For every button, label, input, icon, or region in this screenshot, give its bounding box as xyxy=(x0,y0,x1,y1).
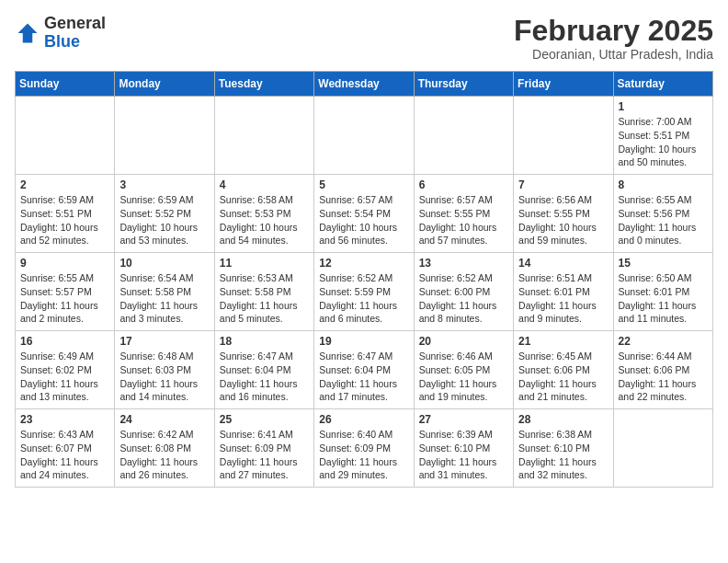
day-info: Sunrise: 6:47 AM Sunset: 6:04 PM Dayligh… xyxy=(319,350,408,404)
day-info: Sunrise: 6:47 AM Sunset: 6:04 PM Dayligh… xyxy=(220,350,309,404)
day-info: Sunrise: 6:52 AM Sunset: 6:00 PM Dayligh… xyxy=(419,271,508,326)
calendar-cell xyxy=(314,97,414,175)
calendar-week-row: 23Sunrise: 6:43 AM Sunset: 6:07 PM Dayli… xyxy=(16,409,713,488)
day-number: 18 xyxy=(220,335,309,348)
calendar-cell: 15Sunrise: 6:50 AM Sunset: 6:01 PM Dayli… xyxy=(613,253,712,331)
day-info: Sunrise: 6:49 AM Sunset: 6:02 PM Dayligh… xyxy=(20,350,109,404)
calendar-cell: 6Sunrise: 6:57 AM Sunset: 5:55 PM Daylig… xyxy=(414,175,513,253)
day-number: 11 xyxy=(220,257,309,270)
day-number: 15 xyxy=(619,257,708,270)
day-number: 26 xyxy=(319,413,408,426)
day-info: Sunrise: 6:59 AM Sunset: 5:52 PM Dayligh… xyxy=(119,193,209,247)
location: Deoranian, Uttar Pradesh, India xyxy=(514,47,713,62)
calendar-cell: 24Sunrise: 6:42 AM Sunset: 6:08 PM Dayli… xyxy=(115,409,214,488)
svg-marker-1 xyxy=(18,23,38,42)
day-info: Sunrise: 6:55 AM Sunset: 5:57 PM Dayligh… xyxy=(20,271,109,326)
day-number: 21 xyxy=(518,335,608,348)
weekday-header: Sunday xyxy=(16,72,115,97)
day-number: 16 xyxy=(20,335,109,348)
calendar-cell: 10Sunrise: 6:54 AM Sunset: 5:58 PM Dayli… xyxy=(115,253,214,331)
calendar-cell xyxy=(214,97,313,175)
day-info: Sunrise: 6:38 AM Sunset: 6:10 PM Dayligh… xyxy=(518,428,608,482)
day-info: Sunrise: 6:41 AM Sunset: 6:09 PM Dayligh… xyxy=(220,428,309,482)
calendar-cell: 9Sunrise: 6:55 AM Sunset: 5:57 PM Daylig… xyxy=(16,253,115,331)
calendar-cell: 7Sunrise: 6:56 AM Sunset: 5:55 PM Daylig… xyxy=(514,175,613,253)
calendar-cell: 17Sunrise: 6:48 AM Sunset: 6:03 PM Dayli… xyxy=(115,331,214,409)
weekday-header: Friday xyxy=(514,72,613,97)
day-info: Sunrise: 6:50 AM Sunset: 6:01 PM Dayligh… xyxy=(619,271,708,326)
day-number: 28 xyxy=(518,413,608,426)
day-number: 3 xyxy=(119,178,209,191)
calendar-cell: 21Sunrise: 6:45 AM Sunset: 6:06 PM Dayli… xyxy=(514,331,613,409)
calendar-cell: 25Sunrise: 6:41 AM Sunset: 6:09 PM Dayli… xyxy=(214,409,313,488)
day-info: Sunrise: 6:59 AM Sunset: 5:51 PM Dayligh… xyxy=(20,193,109,247)
day-info: Sunrise: 6:48 AM Sunset: 6:03 PM Dayligh… xyxy=(119,350,209,404)
logo-text: General Blue xyxy=(44,15,106,52)
calendar-cell xyxy=(514,97,613,175)
day-number: 12 xyxy=(319,257,408,270)
calendar-cell: 3Sunrise: 6:59 AM Sunset: 5:52 PM Daylig… xyxy=(115,175,214,253)
day-number: 27 xyxy=(419,413,508,426)
day-info: Sunrise: 6:58 AM Sunset: 5:53 PM Dayligh… xyxy=(220,193,309,247)
day-info: Sunrise: 6:44 AM Sunset: 6:06 PM Dayligh… xyxy=(619,350,708,404)
day-number: 4 xyxy=(220,178,309,191)
calendar-cell: 18Sunrise: 6:47 AM Sunset: 6:04 PM Dayli… xyxy=(214,331,313,409)
day-info: Sunrise: 6:42 AM Sunset: 6:08 PM Dayligh… xyxy=(119,428,209,482)
day-number: 24 xyxy=(119,413,209,426)
day-info: Sunrise: 6:53 AM Sunset: 5:58 PM Dayligh… xyxy=(220,271,309,326)
calendar-cell xyxy=(613,409,712,488)
day-info: Sunrise: 6:55 AM Sunset: 5:56 PM Dayligh… xyxy=(619,193,708,247)
calendar-cell xyxy=(115,97,214,175)
day-number: 5 xyxy=(319,178,408,191)
day-info: Sunrise: 6:43 AM Sunset: 6:07 PM Dayligh… xyxy=(20,428,109,482)
day-number: 8 xyxy=(619,178,708,191)
calendar-cell: 26Sunrise: 6:40 AM Sunset: 6:09 PM Dayli… xyxy=(314,409,414,488)
calendar-cell: 20Sunrise: 6:46 AM Sunset: 6:05 PM Dayli… xyxy=(414,331,513,409)
calendar-cell: 13Sunrise: 6:52 AM Sunset: 6:00 PM Dayli… xyxy=(414,253,513,331)
day-info: Sunrise: 6:57 AM Sunset: 5:54 PM Dayligh… xyxy=(319,193,408,247)
day-number: 13 xyxy=(419,257,508,270)
calendar-cell: 1Sunrise: 7:00 AM Sunset: 5:51 PM Daylig… xyxy=(613,97,712,175)
day-info: Sunrise: 6:40 AM Sunset: 6:09 PM Dayligh… xyxy=(319,428,408,482)
calendar-cell: 12Sunrise: 6:52 AM Sunset: 5:59 PM Dayli… xyxy=(314,253,414,331)
month-title: February 2025 xyxy=(514,15,713,47)
day-info: Sunrise: 6:51 AM Sunset: 6:01 PM Dayligh… xyxy=(518,271,608,326)
day-info: Sunrise: 6:52 AM Sunset: 5:59 PM Dayligh… xyxy=(319,271,408,326)
day-number: 1 xyxy=(619,100,708,113)
day-info: Sunrise: 6:46 AM Sunset: 6:05 PM Dayligh… xyxy=(419,350,508,404)
calendar-cell: 22Sunrise: 6:44 AM Sunset: 6:06 PM Dayli… xyxy=(613,331,712,409)
day-number: 7 xyxy=(518,178,608,191)
calendar-table: SundayMondayTuesdayWednesdayThursdayFrid… xyxy=(15,71,713,488)
calendar-cell: 2Sunrise: 6:59 AM Sunset: 5:51 PM Daylig… xyxy=(16,175,115,253)
calendar-cell: 16Sunrise: 6:49 AM Sunset: 6:02 PM Dayli… xyxy=(16,331,115,409)
weekday-header: Monday xyxy=(115,72,214,97)
calendar-header-row: SundayMondayTuesdayWednesdayThursdayFrid… xyxy=(16,72,713,97)
day-number: 2 xyxy=(20,178,109,191)
calendar-cell: 4Sunrise: 6:58 AM Sunset: 5:53 PM Daylig… xyxy=(214,175,313,253)
weekday-header: Thursday xyxy=(414,72,513,97)
day-number: 20 xyxy=(419,335,508,348)
day-number: 23 xyxy=(20,413,109,426)
day-info: Sunrise: 6:45 AM Sunset: 6:06 PM Dayligh… xyxy=(518,350,608,404)
calendar-cell: 11Sunrise: 6:53 AM Sunset: 5:58 PM Dayli… xyxy=(214,253,313,331)
day-info: Sunrise: 6:39 AM Sunset: 6:10 PM Dayligh… xyxy=(419,428,508,482)
page-header: General Blue February 2025 Deoranian, Ut… xyxy=(15,15,713,62)
weekday-header: Saturday xyxy=(613,72,712,97)
calendar-cell: 19Sunrise: 6:47 AM Sunset: 6:04 PM Dayli… xyxy=(314,331,414,409)
calendar-week-row: 9Sunrise: 6:55 AM Sunset: 5:57 PM Daylig… xyxy=(16,253,713,331)
day-number: 6 xyxy=(419,178,508,191)
calendar-cell: 27Sunrise: 6:39 AM Sunset: 6:10 PM Dayli… xyxy=(414,409,513,488)
calendar-week-row: 2Sunrise: 6:59 AM Sunset: 5:51 PM Daylig… xyxy=(16,175,713,253)
day-number: 17 xyxy=(119,335,209,348)
weekday-header: Wednesday xyxy=(314,72,414,97)
weekday-header: Tuesday xyxy=(214,72,313,97)
day-number: 10 xyxy=(119,257,209,270)
calendar-cell xyxy=(16,97,115,175)
calendar-cell: 23Sunrise: 6:43 AM Sunset: 6:07 PM Dayli… xyxy=(16,409,115,488)
logo: General Blue xyxy=(15,15,106,52)
calendar-cell xyxy=(414,97,513,175)
calendar-cell: 28Sunrise: 6:38 AM Sunset: 6:10 PM Dayli… xyxy=(514,409,613,488)
calendar-cell: 8Sunrise: 6:55 AM Sunset: 5:56 PM Daylig… xyxy=(613,175,712,253)
calendar-week-row: 1Sunrise: 7:00 AM Sunset: 5:51 PM Daylig… xyxy=(16,97,713,175)
logo-icon xyxy=(15,20,40,46)
